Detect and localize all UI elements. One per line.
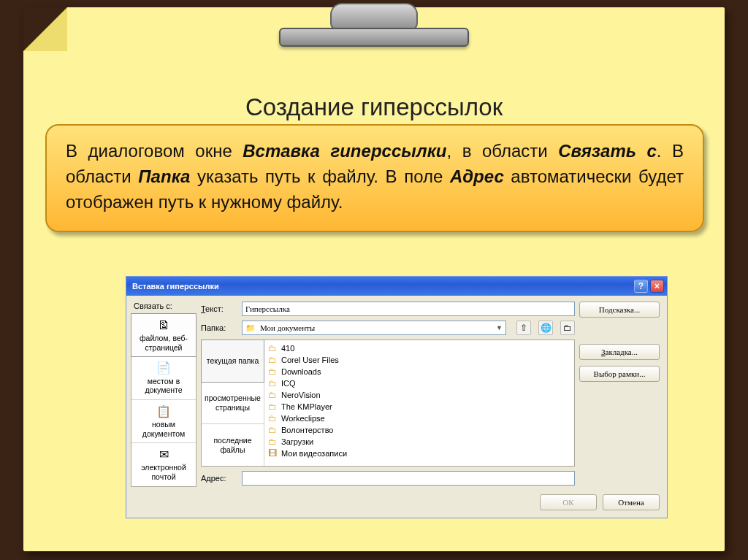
- page-title: Создание гиперссылок: [23, 93, 725, 121]
- file-name: Мои видеозаписи: [281, 449, 347, 458]
- list-item[interactable]: 🗀Corel User Files: [267, 354, 571, 366]
- titlebar[interactable]: Вставка гиперссылки ? ×: [126, 277, 667, 296]
- chevron-down-icon: ▼: [496, 324, 503, 331]
- browse-file-button[interactable]: 🗀: [560, 321, 575, 335]
- list-item[interactable]: 🗀The KMPlayer: [267, 401, 571, 413]
- instruction-box: В диалоговом окне Вставка гиперссылки, в…: [45, 124, 704, 232]
- close-button[interactable]: ×: [650, 280, 664, 293]
- hint-button[interactable]: Подсказка...: [579, 302, 660, 318]
- folder-selected: Мои документы: [260, 323, 315, 332]
- address-label: Адрес:: [201, 474, 237, 483]
- frame-select-button[interactable]: Выбор рамки...: [579, 366, 660, 382]
- text: В диалоговом окне: [66, 141, 243, 161]
- folder-icon: 🗀: [267, 426, 278, 434]
- help-button[interactable]: ?: [634, 280, 648, 293]
- text-label: Текст:: [201, 304, 237, 313]
- video-icon: 🎞: [267, 449, 278, 458]
- folder-icon: 🗀: [267, 367, 278, 376]
- bookmark-button[interactable]: Закладка...: [579, 344, 660, 360]
- text-bold: Папка: [138, 166, 190, 186]
- cancel-button[interactable]: Отмена: [603, 494, 660, 510]
- list-item[interactable]: 🗀Downloads: [267, 366, 571, 377]
- folder-icon: 🗀: [267, 391, 278, 399]
- text: , в области: [446, 141, 558, 161]
- tab-file-web[interactable]: 🖻файлом, веб-страницей: [131, 313, 196, 357]
- ok-button[interactable]: ОК: [540, 494, 597, 510]
- folder-icon: 🗀: [267, 437, 278, 446]
- display-text-input[interactable]: [242, 302, 575, 316]
- mail-icon: ✉: [134, 448, 193, 461]
- insert-hyperlink-dialog: Вставка гиперссылки ? × Связать с: 🖻файл…: [126, 276, 668, 518]
- vtab-browsed-pages[interactable]: просмотренные страницы: [202, 382, 264, 424]
- clipboard-clip: [272, 3, 476, 54]
- sticky-note: Создание гиперссылок В диалоговом окне В…: [23, 7, 725, 551]
- list-item[interactable]: 🗀Волонтерство: [267, 424, 571, 436]
- browse-web-button[interactable]: 🌐: [538, 321, 553, 335]
- file-name: 410: [281, 344, 294, 353]
- folder-combo[interactable]: 📁 Мои документы ▼: [242, 321, 506, 335]
- link-with-label: Связать с:: [134, 302, 196, 310]
- file-name: The KMPlayer: [281, 402, 332, 411]
- vtab-recent-files[interactable]: последние файлы: [202, 424, 264, 466]
- folder-icon: 🗀: [267, 344, 278, 353]
- folder-label: Папка:: [201, 323, 237, 332]
- tab-label: файлом, веб-страницей: [140, 334, 188, 352]
- file-name: Corel User Files: [281, 356, 339, 364]
- file-list[interactable]: 🗀410 🗀Corel User Files 🗀Downloads 🗀ICQ 🗀…: [264, 340, 574, 466]
- dialog-title: Вставка гиперссылки: [132, 282, 219, 291]
- list-item[interactable]: 🗀NeroVision: [267, 389, 571, 401]
- page-fold: [23, 7, 67, 51]
- up-folder-button[interactable]: ⇧: [516, 321, 531, 335]
- folder-icon: 🗀: [267, 402, 278, 411]
- list-item[interactable]: 🗀Workeclipse: [267, 413, 571, 424]
- address-input[interactable]: [242, 471, 575, 486]
- vtab-current-folder[interactable]: текущая папка: [201, 340, 264, 383]
- tab-email[interactable]: ✉электронной почтой: [131, 443, 196, 486]
- link-with-tabs: 🖻файлом, веб-страницей 📄местом в докумен…: [131, 313, 196, 487]
- list-item[interactable]: 🗀410: [267, 342, 571, 354]
- text: указать путь к файлу. В поле: [190, 166, 449, 186]
- file-name: Волонтерство: [281, 426, 333, 434]
- folder-icon: 🗀: [267, 414, 278, 423]
- browse-area: текущая папка просмотренные страницы пос…: [201, 340, 575, 467]
- folder-icon: 🗀: [267, 356, 278, 364]
- folder-icon: 🗀: [267, 379, 278, 388]
- text-bold: Связать с: [558, 141, 657, 161]
- file-name: ICQ: [281, 379, 296, 388]
- text-bold: Адрес: [450, 166, 504, 186]
- tab-new-doc[interactable]: 📋новым документом: [131, 400, 196, 443]
- tab-label: местом в документе: [145, 377, 182, 395]
- file-name: Downloads: [281, 367, 321, 376]
- view-tabs: текущая папка просмотренные страницы пос…: [202, 340, 264, 466]
- new-doc-icon: 📋: [134, 404, 193, 418]
- file-name: Workeclipse: [281, 414, 325, 423]
- text-bold: Вставка гиперссылки: [243, 141, 446, 161]
- page-icon: 🖻: [134, 318, 193, 332]
- file-name: NeroVision: [281, 391, 321, 399]
- tab-place-in-doc[interactable]: 📄местом в документе: [131, 356, 196, 399]
- list-item[interactable]: 🗀ICQ: [267, 377, 571, 389]
- document-icon: 📄: [134, 361, 193, 375]
- file-name: Загрузки: [281, 437, 313, 446]
- folder-icon: 📁: [245, 323, 256, 333]
- tab-label: электронной почтой: [141, 463, 186, 481]
- list-item[interactable]: 🎞Мои видеозаписи: [267, 448, 571, 459]
- list-item[interactable]: 🗀Загрузки: [267, 436, 571, 448]
- tab-label: новым документом: [142, 420, 185, 438]
